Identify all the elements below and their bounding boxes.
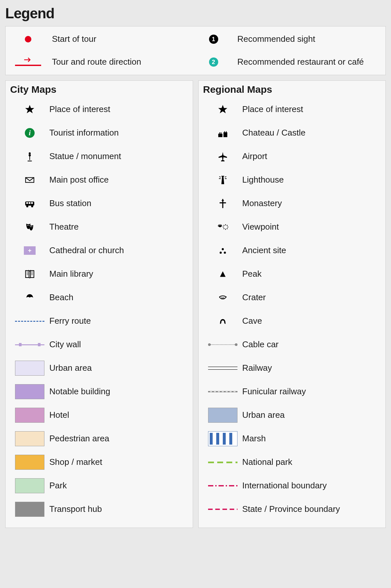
legend-label: Cave: [242, 316, 262, 326]
legend-row: Urban area: [10, 356, 188, 380]
legend-label: Peak: [242, 269, 262, 279]
crater-icon: [203, 292, 242, 303]
legend-row: Place of interest: [203, 98, 381, 121]
theatre-icon: [10, 221, 49, 233]
tour-legend-panel: Start of tour Tour and route direction 1…: [5, 26, 386, 75]
viewpoint-icon: [203, 221, 242, 233]
legend-label: Shop / market: [49, 457, 102, 467]
legend-row: +Cathedral or church: [10, 239, 188, 262]
library-icon: [10, 269, 49, 280]
legend-label: Hotel: [49, 410, 69, 420]
legend-row: Main post office: [10, 168, 188, 192]
bus-icon: [10, 198, 49, 209]
legend-row: Urban area: [203, 403, 381, 427]
svg-point-8: [29, 225, 30, 226]
natpark-icon: [203, 462, 242, 463]
legend-label: Cable car: [242, 339, 279, 350]
legend-label: Beach: [49, 292, 73, 302]
legend-label: Place of interest: [242, 104, 303, 114]
church-icon: +: [10, 246, 49, 255]
city-maps-list: Place of interestiTourist informationSta…: [10, 98, 188, 521]
tour-col-right: 1 Recommended sight 2 Recommended restau…: [196, 30, 381, 72]
swatch-icon: [10, 361, 49, 376]
legend-label: Main library: [49, 269, 93, 279]
legend-label: Park: [49, 481, 67, 491]
legend-label: Recommended sight: [237, 34, 315, 44]
legend-label: Urban area: [49, 363, 92, 373]
swatch-icon: [203, 408, 242, 423]
swatch-icon: [10, 478, 49, 493]
svg-point-5: [26, 205, 28, 207]
legend-label: Theatre: [49, 222, 79, 232]
citywall-icon: [10, 343, 49, 346]
legend-row: Shop / market: [10, 450, 188, 474]
number-badge-icon: 2: [209, 57, 218, 67]
svg-rect-2: [26, 202, 28, 204]
legend-row: National park: [203, 450, 381, 474]
legend-row: Pedestrian area: [10, 427, 188, 450]
svg-point-6: [31, 205, 33, 207]
legend-row: Notable building: [10, 380, 188, 403]
legend-label: Tour and route direction: [52, 57, 141, 67]
swatch-icon: [10, 408, 49, 423]
legend-label: Monastery: [242, 198, 282, 208]
legend-label: National park: [242, 457, 292, 467]
legend-label: Cathedral or church: [49, 245, 124, 255]
svg-rect-4: [31, 202, 33, 204]
ancient-icon: [203, 245, 242, 256]
legend-row-route: Tour and route direction: [10, 53, 196, 72]
legend-label: Ferry route: [49, 316, 91, 326]
legend-label: Urban area: [242, 410, 285, 420]
legend-label: Railway: [242, 363, 272, 373]
lighthouse-icon: [203, 174, 242, 186]
map-legend-columns: City Maps Place of interestiTourist info…: [5, 80, 386, 528]
castle-icon: [203, 127, 242, 139]
legend-label: Transport hub: [49, 504, 102, 514]
legend-row: Place of interest: [10, 98, 188, 121]
legend-row: Hotel: [10, 403, 188, 427]
regional-maps-list: Place of interestChateau / CastleAirport…: [203, 98, 381, 521]
city-maps-panel: City Maps Place of interestiTourist info…: [5, 80, 193, 528]
legend-label: Chateau / Castle: [242, 128, 306, 138]
legend-label: Statue / monument: [49, 151, 121, 161]
legend-label: Place of interest: [49, 104, 110, 114]
ferry-icon: [10, 321, 49, 322]
legend-row: Ancient site: [203, 239, 381, 262]
swatch-icon: [10, 502, 49, 517]
legend-row: Transport hub: [10, 498, 188, 521]
svg-rect-3: [29, 202, 30, 204]
legend-row: State / Province boundary: [203, 498, 381, 521]
legend-label: International boundary: [242, 481, 327, 491]
legend-label: Ancient site: [242, 245, 286, 255]
legend-row: iTourist information: [10, 121, 188, 145]
regional-maps-panel: Regional Maps Place of interestChateau /…: [198, 80, 386, 528]
info-icon: i: [10, 128, 49, 138]
city-maps-title: City Maps: [10, 84, 188, 95]
regional-maps-title: Regional Maps: [203, 84, 381, 95]
legend-row: Airport: [203, 145, 381, 168]
intl-icon: [203, 485, 242, 486]
legend-row: Theatre: [10, 215, 188, 239]
legend-label: Crater: [242, 292, 266, 302]
peak-icon: [203, 269, 242, 280]
legend-row-sight: 1 Recommended sight: [196, 30, 381, 49]
legend-row: Bus station: [10, 192, 188, 215]
legend-row: Lighthouse: [203, 168, 381, 192]
post-icon: [10, 174, 49, 186]
marsh-icon: [203, 431, 242, 446]
legend-row: Crater: [203, 286, 381, 309]
legend-row: Peak: [203, 262, 381, 286]
svg-point-10: [31, 226, 32, 227]
svg-point-9: [30, 226, 31, 227]
star-icon: [203, 104, 242, 115]
legend-label: Bus station: [49, 198, 91, 208]
legend-row-start: Start of tour: [10, 30, 196, 49]
legend-row: Ferry route: [10, 309, 188, 333]
cave-icon: [203, 316, 242, 327]
legend-label: Pedestrian area: [49, 433, 109, 444]
legend-row: City wall: [10, 333, 188, 356]
legend-row: Railway: [203, 356, 381, 380]
legend-row: Park: [10, 474, 188, 498]
legend-title: Legend: [5, 5, 386, 22]
legend-row: International boundary: [203, 474, 381, 498]
